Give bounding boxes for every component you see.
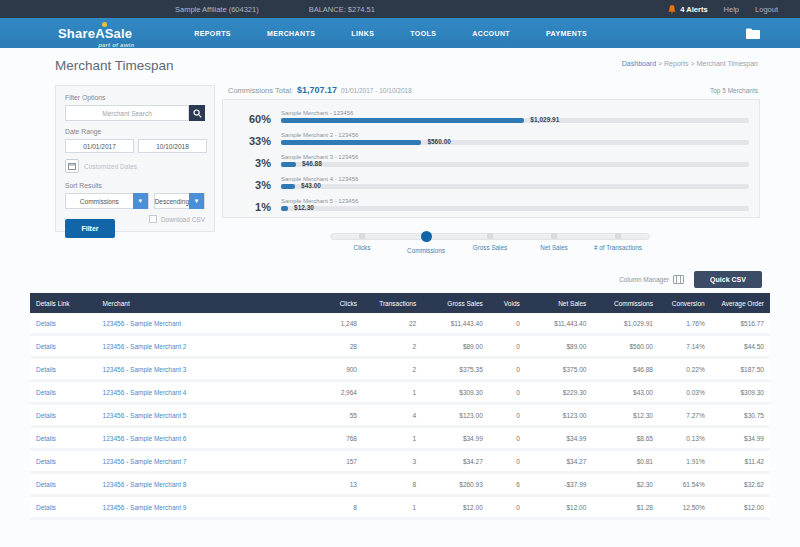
- nav-item-reports[interactable]: REPORTS: [194, 30, 231, 37]
- merchant-link[interactable]: 123456 - Sample Merchant 9: [103, 504, 187, 511]
- cell-commissions: $2.30: [592, 481, 659, 488]
- sort-direction-select[interactable]: Descending ▾: [154, 193, 205, 209]
- column-header-commissions[interactable]: Commissions: [592, 300, 659, 307]
- table-row: Details123456 - Sample Merchant 71573$34…: [30, 451, 770, 474]
- cell-voids: 0: [489, 412, 526, 419]
- breadcrumb-dashboard-link[interactable]: Dashboard: [622, 60, 656, 67]
- cell-commissions: $1,029.91: [592, 320, 659, 327]
- cell-conversion: 61.54%: [659, 481, 711, 488]
- cell-details: Details: [30, 435, 97, 442]
- metric-stop-label: # of Transactions: [587, 244, 649, 251]
- bookmarks-folder-icon[interactable]: [746, 28, 760, 39]
- cell-gross_sales: $11,443.40: [422, 320, 489, 327]
- bar-merchant-label: Sample Merchant 2 - 123456: [281, 132, 749, 138]
- cell-net_sales: $123.00: [526, 412, 593, 419]
- nav-item-merchants[interactable]: MERCHANTS: [267, 30, 315, 37]
- column-header-voids[interactable]: Voids: [489, 300, 526, 307]
- calendar-picker-button[interactable]: [65, 159, 79, 173]
- nav-item-links[interactable]: LINKS: [351, 30, 374, 37]
- bar-track: $43.00: [281, 184, 749, 189]
- chart-bar-row: 60%Sample Merchant - 123456$1,029.91: [223, 104, 749, 126]
- details-link[interactable]: Details: [36, 320, 56, 327]
- quick-csv-button[interactable]: Quick CSV: [694, 271, 762, 288]
- column-header-net_sales[interactable]: Net Sales: [526, 300, 593, 307]
- table-row: Details123456 - Sample Merchant 981$12.0…: [30, 497, 770, 520]
- column-header-average_order[interactable]: Average Order: [711, 300, 770, 307]
- cell-merchant: 123456 - Sample Merchant: [97, 320, 312, 327]
- cell-net_sales: $375.00: [526, 366, 593, 373]
- chart-bar-row: 33%Sample Merchant 2 - 123456$560.00: [223, 126, 749, 148]
- cell-transactions: 2: [363, 343, 422, 350]
- column-header-gross_sales[interactable]: Gross Sales: [422, 300, 489, 307]
- cell-voids: 0: [489, 458, 526, 465]
- column-manager-button[interactable]: Column Manager: [619, 275, 684, 284]
- table-row: Details123456 - Sample Merchant 67681$34…: [30, 428, 770, 451]
- date-from-input[interactable]: [65, 139, 134, 153]
- cell-net_sales: $34.27: [526, 458, 593, 465]
- top-merchants-label: Top 5 Merchants: [710, 87, 758, 94]
- nav-item-tools[interactable]: TOOLS: [410, 30, 436, 37]
- merchant-link[interactable]: 123456 - Sample Merchant 2: [103, 343, 187, 350]
- bar-merchant-label: Sample Merchant 5 - 123456: [281, 198, 749, 204]
- merchant-search-input[interactable]: [65, 105, 189, 121]
- column-header-details[interactable]: Details Link: [30, 300, 97, 307]
- calendar-icon: [68, 162, 76, 170]
- filter-button[interactable]: Filter: [65, 219, 115, 238]
- cell-average_order: $11.42: [711, 458, 770, 465]
- metric-stop-net-sales[interactable]: Net Sales: [523, 230, 585, 251]
- merchant-link[interactable]: 123456 - Sample Merchant 3: [103, 366, 187, 373]
- merchant-link[interactable]: 123456 - Sample Merchant 4: [103, 389, 187, 396]
- merchant-link[interactable]: 123456 - Sample Merchant 5: [103, 412, 187, 419]
- bar-fill: [281, 184, 295, 189]
- chart-bar-row: 3%Sample Merchant 4 - 123456$43.00: [223, 170, 749, 192]
- cell-gross_sales: $260.93: [422, 481, 489, 488]
- merchant-link[interactable]: 123456 - Sample Merchant 7: [103, 458, 187, 465]
- merchant-link[interactable]: 123456 - Sample Merchant: [103, 320, 181, 327]
- details-link[interactable]: Details: [36, 458, 56, 465]
- cell-commissions: $8.65: [592, 435, 659, 442]
- help-link[interactable]: Help: [724, 5, 739, 14]
- nav-item-account[interactable]: ACCOUNT: [472, 30, 510, 37]
- cell-conversion: 12.50%: [659, 504, 711, 511]
- cell-details: Details: [30, 343, 97, 350]
- filter-options-label: Filter Options: [65, 94, 205, 101]
- column-header-conversion[interactable]: Conversion: [659, 300, 711, 307]
- nav-item-payments[interactable]: PAYMENTS: [546, 30, 587, 37]
- logout-link[interactable]: Logout: [755, 5, 778, 14]
- metric-stop-clicks[interactable]: Clicks: [331, 230, 393, 251]
- search-button[interactable]: [189, 105, 205, 121]
- metric-stop-commissions[interactable]: Commissions: [395, 230, 457, 254]
- brand-logo[interactable]: ShareASale part of awin: [58, 26, 132, 41]
- columns-icon: [673, 275, 684, 284]
- cell-transactions: 4: [363, 412, 422, 419]
- details-link[interactable]: Details: [36, 343, 56, 350]
- date-to-input[interactable]: [138, 139, 207, 153]
- cell-merchant: 123456 - Sample Merchant 4: [97, 389, 312, 396]
- cell-gross_sales: $123.00: [422, 412, 489, 419]
- column-header-clicks[interactable]: Clicks: [311, 300, 363, 307]
- details-link[interactable]: Details: [36, 389, 56, 396]
- chevron-down-icon: ▾: [133, 193, 148, 209]
- merchant-table: Details LinkMerchantClicksTransactionsGr…: [30, 293, 770, 520]
- details-link[interactable]: Details: [36, 481, 56, 488]
- cell-conversion: 7.14%: [659, 343, 711, 350]
- sort-field-select[interactable]: Commissions ▾: [65, 193, 149, 209]
- bar-track: $12.30: [281, 206, 749, 211]
- cell-voids: 0: [489, 389, 526, 396]
- bar-track: $46.88: [281, 162, 749, 167]
- cell-merchant: 123456 - Sample Merchant 5: [97, 412, 312, 419]
- cell-average_order: $187.50: [711, 366, 770, 373]
- alerts-link[interactable]: 4 Alerts: [668, 5, 707, 14]
- details-link[interactable]: Details: [36, 504, 56, 511]
- column-header-transactions[interactable]: Transactions: [363, 300, 422, 307]
- column-header-merchant[interactable]: Merchant: [97, 300, 312, 307]
- download-csv-checkbox[interactable]: [149, 215, 157, 223]
- metric-stop-gross-sales[interactable]: Gross Sales: [459, 230, 521, 251]
- metric-stop--of-transactions[interactable]: # of Transactions: [587, 230, 649, 251]
- details-link[interactable]: Details: [36, 435, 56, 442]
- merchant-link[interactable]: 123456 - Sample Merchant 8: [103, 481, 187, 488]
- details-link[interactable]: Details: [36, 412, 56, 419]
- cell-merchant: 123456 - Sample Merchant 6: [97, 435, 312, 442]
- details-link[interactable]: Details: [36, 366, 56, 373]
- merchant-link[interactable]: 123456 - Sample Merchant 6: [103, 435, 187, 442]
